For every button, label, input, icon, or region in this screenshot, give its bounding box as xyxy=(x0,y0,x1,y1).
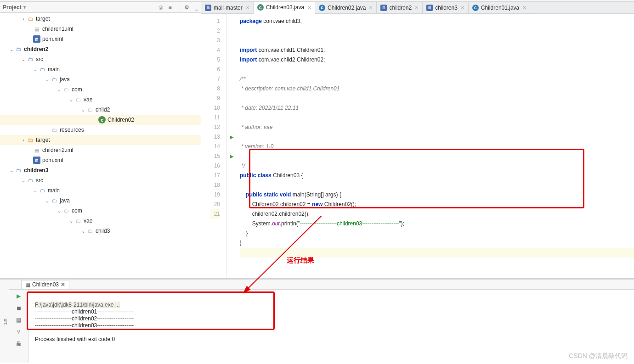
tree-item[interactable]: ⌄🗀vae xyxy=(0,216,201,226)
filter-icon[interactable]: ⑂ xyxy=(15,328,23,336)
folder-icon: 🗀 xyxy=(27,136,34,144)
chevron-icon[interactable]: ⌄ xyxy=(68,97,74,102)
chevron-icon[interactable]: ⌄ xyxy=(32,188,39,193)
tree-item-label: target xyxy=(36,137,50,143)
tree-item-label: children2.iml xyxy=(42,147,73,153)
tree-item[interactable]: ⌄🗀com xyxy=(0,206,201,216)
tab-label: children2 xyxy=(389,5,412,11)
tab-label: mall-master xyxy=(214,5,243,11)
print-icon[interactable]: 🖶 xyxy=(15,340,23,347)
tree-item[interactable]: ⌄🗀main xyxy=(0,185,201,196)
chevron-icon[interactable]: ⌄ xyxy=(8,168,15,173)
close-icon[interactable]: ✕ xyxy=(307,5,311,10)
chevron-icon[interactable]: ⌄ xyxy=(20,57,27,62)
tree-item[interactable]: 🗀resources xyxy=(0,125,201,135)
folder-icon: 🗀 xyxy=(51,76,58,83)
tree-item[interactable]: ⌄🗀child2 xyxy=(0,105,201,115)
tree-item[interactable]: ›🗀target xyxy=(0,14,201,24)
code-editor[interactable]: package com.vae.child3; import com.vae.c… xyxy=(237,14,634,278)
tree-item[interactable]: children2.iml xyxy=(0,145,201,155)
tree-item[interactable]: ⌄🗀java xyxy=(0,74,201,84)
console-line: --------------------children03----------… xyxy=(35,322,134,329)
editor-tab[interactable]: cChildren02.java✕ xyxy=(315,2,377,13)
gutter-icons: ▶▶ xyxy=(227,14,237,278)
chevron-icon[interactable]: ⌄ xyxy=(80,107,86,112)
tree-item[interactable]: ⌄🗀src xyxy=(0,175,201,185)
tab-label: Children01.java xyxy=(481,5,519,11)
tree-item-label: target xyxy=(36,16,50,22)
close-icon[interactable]: ✕ xyxy=(415,5,419,10)
expand-icon[interactable]: ≡ xyxy=(169,4,172,11)
stop-icon[interactable]: ◼ xyxy=(15,304,23,312)
editor-tab[interactable]: mchildren3✕ xyxy=(423,2,469,13)
tree-item-label: main xyxy=(48,187,60,194)
run-tab-label: Children03 xyxy=(32,281,59,288)
chevron-icon[interactable]: ⌄ xyxy=(8,47,15,52)
tree-item[interactable]: mpom.xml xyxy=(0,34,201,44)
project-tree[interactable]: ›🗀targetchildren1.imlmpom.xml⌄🗀children2… xyxy=(0,13,201,278)
tree-item-label: Children02 xyxy=(108,117,134,123)
chevron-icon[interactable]: ⌄ xyxy=(20,178,27,183)
iml-icon xyxy=(33,25,40,33)
close-icon[interactable]: ✕ xyxy=(61,281,65,288)
class-icon: c xyxy=(319,5,325,11)
maven-icon: m xyxy=(205,5,211,11)
chevron-icon[interactable]: ⌄ xyxy=(44,77,51,82)
maven-icon: m xyxy=(426,5,433,11)
folder-icon: 🗀 xyxy=(86,227,94,235)
editor-tab[interactable]: cChildren01.java✕ xyxy=(469,2,530,13)
console-command: F:\java\jdk\jdk8-211\bin\java.exe ... xyxy=(35,302,120,308)
tree-item[interactable]: cChildren02 xyxy=(0,115,201,125)
target-icon[interactable]: ◎ xyxy=(158,4,163,11)
tree-item-label: src xyxy=(36,177,43,184)
project-dropdown-icon[interactable]: ▾ xyxy=(23,5,26,10)
tree-item[interactable]: mpom.xml xyxy=(0,155,201,165)
tree-item[interactable]: ⌄🗀src xyxy=(0,54,201,64)
close-icon[interactable]: ✕ xyxy=(246,5,249,10)
close-icon[interactable]: ✕ xyxy=(369,5,373,10)
editor-tab[interactable]: mchildren2✕ xyxy=(377,2,423,13)
folder-icon: 🗀 xyxy=(62,207,70,214)
gear-icon[interactable]: ⚙ xyxy=(184,4,189,11)
chevron-icon[interactable]: ⌄ xyxy=(32,67,39,72)
project-toolbar: Project ▾ ◎ ≡ | ⚙ ⎯ xyxy=(0,2,201,13)
tree-item[interactable]: ⌄🗀com xyxy=(0,84,201,95)
run-tab[interactable]: ▦ Children03 ✕ xyxy=(21,280,69,289)
folder-icon: 🗀 xyxy=(86,106,94,113)
class-icon: c xyxy=(257,4,264,11)
tree-item[interactable]: ⌄🗀children3 xyxy=(0,165,201,175)
tree-item[interactable]: children1.iml xyxy=(0,24,201,34)
editor-tab[interactable]: mmall-master✕ xyxy=(201,2,254,13)
tree-item-label: vae xyxy=(84,96,92,103)
chevron-icon[interactable]: › xyxy=(20,17,27,22)
tab-label: children3 xyxy=(435,5,458,11)
hide-icon[interactable]: ⎯ xyxy=(195,4,198,11)
console-output[interactable]: F:\java\jdk\jdk8-211\bin\java.exe ... --… xyxy=(28,290,634,363)
project-title[interactable]: Project xyxy=(3,4,22,11)
run-strip-label[interactable]: un: xyxy=(0,280,9,363)
tree-item[interactable]: ⌄🗀java xyxy=(0,196,201,206)
chevron-icon[interactable]: ⌄ xyxy=(80,229,86,234)
tree-item[interactable]: ⌄🗀main xyxy=(0,64,201,74)
highlight-box-code xyxy=(249,149,584,208)
chevron-icon[interactable]: ⌄ xyxy=(56,208,62,213)
editor-tab[interactable]: cChildren03.java✕ xyxy=(254,2,315,14)
tree-item[interactable]: ⌄🗀children2 xyxy=(0,44,201,54)
tree-item-label: pom.xml xyxy=(42,157,63,163)
folder-icon: 🗀 xyxy=(39,187,46,194)
close-icon[interactable]: ✕ xyxy=(461,5,464,10)
tree-item-label: vae xyxy=(84,218,92,224)
tree-item[interactable]: ⌄🗀vae xyxy=(0,95,201,105)
chevron-icon[interactable]: ⌄ xyxy=(56,87,62,92)
rerun-icon[interactable]: ▶ xyxy=(15,292,23,300)
chevron-icon[interactable]: ⌄ xyxy=(44,198,51,203)
chevron-icon[interactable]: ⌄ xyxy=(68,218,74,224)
iml-icon xyxy=(33,146,40,154)
close-icon[interactable]: ✕ xyxy=(522,5,526,10)
tree-item[interactable]: ›🗀target xyxy=(0,135,201,145)
tree-item-label: main xyxy=(48,66,60,73)
chevron-icon[interactable]: › xyxy=(20,138,27,143)
tree-item[interactable]: ⌄🗀child3 xyxy=(0,226,201,236)
layout-icon[interactable]: ▤ xyxy=(15,316,23,324)
editor-tabs[interactable]: mmall-master✕cChildren03.java✕cChildren0… xyxy=(201,2,634,14)
